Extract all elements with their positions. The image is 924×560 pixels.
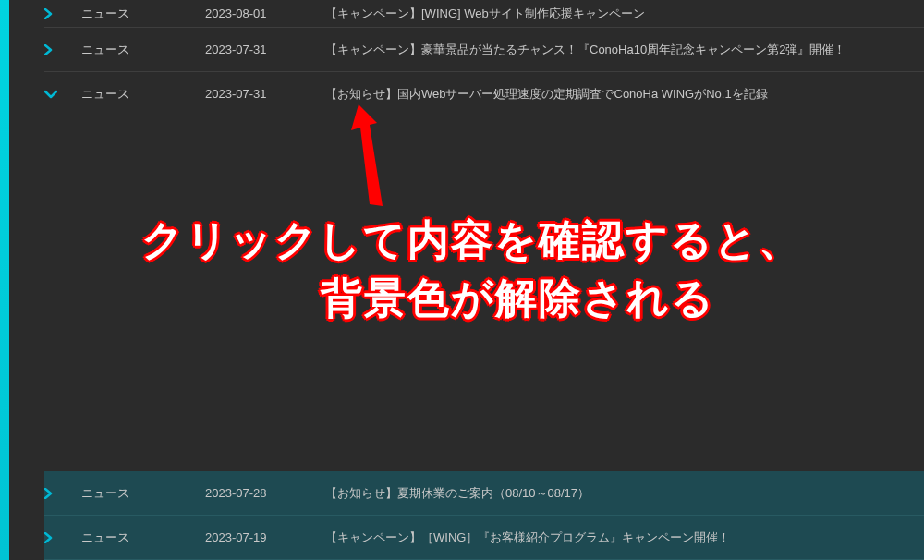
news-title: 【キャンペーン】[WING] Webサイト制作応援キャンペーン [325,6,924,22]
chevron-right-icon [44,8,67,19]
news-row[interactable]: ニュース 2023-07-19 【キャンペーン】［WING］『お客様紹介プログラ… [44,516,924,560]
news-list-top: ニュース 2023-08-01 【キャンペーン】[WING] Webサイト制作応… [9,0,924,116]
annotation-text: クリックして内容を確認すると、 背景色が解除される [37,211,906,327]
chevron-right-icon [44,44,67,55]
news-category: ニュース [67,42,205,58]
left-accent-bar [0,0,9,560]
news-title: 【お知らせ】夏期休業のご案内（08/10～08/17） [325,485,924,502]
news-row[interactable]: ニュース 2023-07-28 【お知らせ】夏期休業のご案内（08/10～08/… [44,471,924,516]
news-title: 【お知らせ】国内Webサーバー処理速度の定期調査でConoHa WINGがNo.… [325,86,924,103]
news-row[interactable]: ニュース 2023-07-31 【お知らせ】国内Webサーバー処理速度の定期調査… [44,72,924,116]
news-category: ニュース [67,485,205,502]
chevron-right-icon [44,532,67,543]
news-list-bottom: ニュース 2023-07-28 【お知らせ】夏期休業のご案内（08/10～08/… [9,471,924,560]
annotation-line2: 背景色が解除される [37,269,906,327]
news-date: 2023-07-31 [205,87,325,101]
news-category: ニュース [67,86,205,103]
news-row[interactable]: ニュース 2023-07-31 【キャンペーン】豪華景品が当たるチャンス！『Co… [44,28,924,72]
chevron-down-icon [44,90,67,99]
news-date: 2023-07-31 [205,43,325,56]
news-title: 【キャンペーン】豪華景品が当たるチャンス！『ConoHa10周年記念キャンペーン… [325,42,924,58]
news-date: 2023-08-01 [205,6,325,20]
news-title: 【キャンペーン】［WING］『お客様紹介プログラム』キャンペーン開催！ [325,530,924,546]
news-date: 2023-07-28 [205,486,325,500]
news-category: ニュース [67,6,205,22]
chevron-right-icon [44,488,67,499]
annotation-line1: クリックして内容を確認すると、 [37,211,906,269]
news-category: ニュース [67,530,205,546]
news-date: 2023-07-19 [205,530,325,544]
news-row[interactable]: ニュース 2023-08-01 【キャンペーン】[WING] Webサイト制作応… [44,0,924,28]
